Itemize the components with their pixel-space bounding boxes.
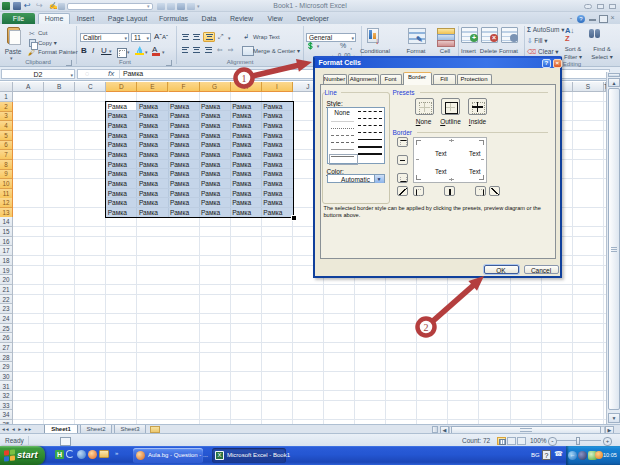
- svg-text:1: 1: [242, 73, 247, 84]
- svg-text:2: 2: [424, 322, 429, 333]
